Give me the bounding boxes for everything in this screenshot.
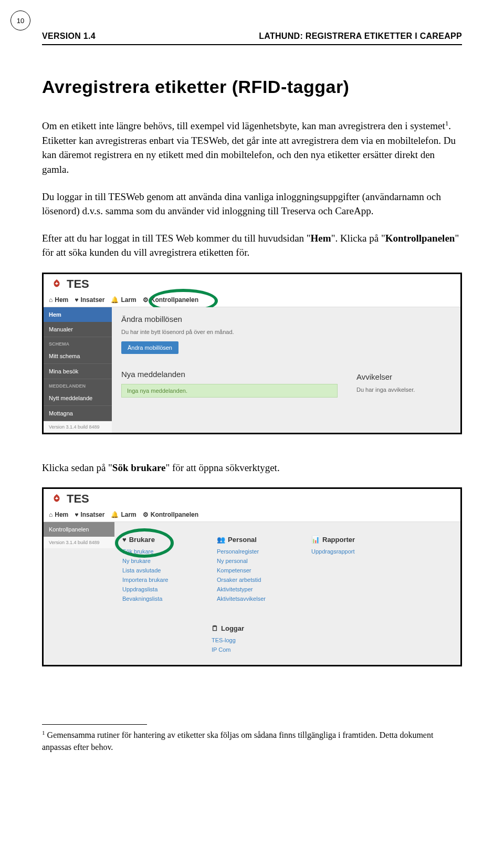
nav-label: Kontrollpanelen	[151, 296, 198, 304]
link-sok-brukare[interactable]: Sök brukare	[122, 547, 201, 556]
nav-kontrollpanelen[interactable]: ⚙Kontrollpanelen	[143, 296, 198, 304]
section-andra: Ändra mobillösen	[121, 315, 338, 324]
page-number: 10	[10, 11, 30, 30]
nav-label: Kontrollpanelen	[151, 511, 198, 518]
nav-label: Larm	[121, 511, 136, 518]
sidebar-item-minabesok[interactable]: Mina besök	[44, 364, 112, 379]
nav-label: Larm	[121, 296, 136, 304]
cogs-icon: ⚙	[143, 511, 149, 518]
chart-icon: 📊	[311, 536, 320, 544]
link-ny-personal[interactable]: Ny personal	[217, 556, 296, 566]
text: Efter att du har loggat in till TES Web …	[42, 233, 311, 244]
sidebar-item-mittschema[interactable]: Mitt schema	[44, 349, 112, 364]
section-sub: Du har inte bytt lösenord på över en mån…	[121, 329, 338, 335]
paragraph-4: Klicka sedan på "Sök brukare" för att öp…	[42, 461, 462, 475]
home-icon: ⌂	[49, 296, 52, 304]
col-header: Brukare	[129, 536, 155, 544]
log-icon: 🗒	[212, 624, 218, 632]
sidebar-item-nytt[interactable]: Nytt meddelande	[44, 391, 112, 406]
bell-icon: 🔔	[111, 511, 119, 518]
avvikelser-sub: Du har inga avvikelser.	[356, 387, 451, 393]
link-lista-avslutade[interactable]: Lista avslutade	[122, 566, 201, 575]
footnote-rule	[42, 724, 147, 725]
nav-hem[interactable]: ⌂Hem	[49, 296, 68, 304]
link-orsaker[interactable]: Orsaker arbetstid	[217, 575, 296, 585]
link-personalregister[interactable]: Personalregister	[217, 547, 296, 556]
screenshot-2: TES ⌂Hem ♥Insatser 🔔Larm ⚙Kontrollpanele…	[42, 487, 462, 666]
paragraph-3: Efter att du har loggat in till TES Web …	[42, 231, 462, 260]
cogs-icon: ⚙	[143, 296, 149, 304]
tes-logo-text: TES	[67, 277, 89, 291]
sidebar-item-hem[interactable]: Hem	[44, 307, 112, 322]
users-icon: 👥	[217, 536, 225, 544]
link-ip-com[interactable]: IP Com	[212, 645, 450, 654]
heart-icon: ♥	[75, 511, 78, 518]
nav-label: Hem	[55, 511, 68, 518]
col-rapporter: 📊Rapporter Uppdragsrapport	[311, 536, 390, 603]
heart-icon: ♥	[75, 296, 78, 304]
nav-kontrollpanelen[interactable]: ⚙Kontrollpanelen	[143, 511, 198, 518]
nav-larm[interactable]: 🔔Larm	[111, 296, 136, 304]
col-personal: 👥Personal Personalregister Ny personal K…	[217, 536, 296, 603]
sidebar: Hem Manualer SCHEMA Mitt schema Mina bes…	[44, 307, 112, 433]
link-kompetenser[interactable]: Kompetenser	[217, 566, 296, 575]
sidebar-header-meddelanden: MEDDELANDEN	[44, 379, 112, 391]
link-importera[interactable]: Importera brukare	[122, 575, 201, 585]
footnote-text: Gemensamma rutiner för hantering av etik…	[42, 731, 433, 752]
paragraph-1: Om en etikett inte längre behövs, till e…	[42, 118, 462, 177]
tes-logo-icon	[51, 278, 62, 290]
bold-text: Sök brukare	[112, 462, 166, 473]
heart-icon: ♥	[122, 536, 127, 544]
col-header: Personal	[228, 536, 257, 544]
header-version: VERSION 1.4	[42, 32, 96, 41]
text: ". Klicka på "	[331, 233, 385, 244]
text: Klicka sedan på "	[42, 462, 112, 473]
link-uppdragslista[interactable]: Uppdragslista	[122, 585, 201, 594]
nav-label: Insatser	[80, 296, 104, 304]
link-ny-brukare[interactable]: Ny brukare	[122, 556, 201, 566]
header-title: LATHUND: REGISTRERA ETIKETTER I CAREAPP	[259, 32, 462, 41]
sidebar-version: Version 3.1.4 build 8489	[44, 421, 112, 433]
home-icon: ⌂	[49, 511, 52, 518]
nav-larm[interactable]: 🔔Larm	[111, 511, 136, 518]
link-aktivitetsavvikelser[interactable]: Aktivitetsavvikelser	[217, 594, 296, 603]
no-messages: Inga nya meddelanden.	[121, 384, 338, 398]
col-header: Loggar	[221, 624, 244, 632]
sidebar-header-schema: SCHEMA	[44, 337, 112, 349]
bold-text: Kontrollpanelen	[385, 233, 455, 244]
link-bevakningslista[interactable]: Bevakningslista	[122, 594, 201, 603]
text: Om en etikett inte längre behövs, till e…	[42, 120, 445, 131]
nav-label: Hem	[55, 296, 68, 304]
page-title: Avregistrera etiketter (RFID-taggar)	[42, 77, 462, 97]
footnote: 1 Gemensamma rutiner för hantering av et…	[42, 729, 462, 753]
paragraph-2: Du loggar in till TESWeb genom att använ…	[42, 190, 462, 218]
col-brukare: ♥Brukare Sök brukare Ny brukare Lista av…	[122, 536, 201, 603]
nav-insatser[interactable]: ♥Insatser	[75, 511, 104, 518]
tes-logo-text: TES	[67, 492, 89, 506]
bold-text: Hem	[311, 233, 331, 244]
screenshot-1: TES ⌂Hem ♥Insatser 🔔Larm ⚙Kontrollpanele…	[42, 273, 462, 434]
link-uppdragsrapport[interactable]: Uppdragsrapport	[311, 547, 390, 556]
text: " för att öppna sökverktyget.	[165, 462, 279, 473]
bell-icon: 🔔	[111, 296, 119, 304]
nav-insatser[interactable]: ♥Insatser	[75, 296, 104, 304]
link-aktivitetstyper[interactable]: Aktivitetstyper	[217, 585, 296, 594]
tes-logo-icon	[51, 493, 62, 505]
sidebar-item-manualer[interactable]: Manualer	[44, 322, 112, 337]
section-meddelanden: Nya meddelanden	[121, 370, 338, 379]
sidebar-item-mottagna[interactable]: Mottagna	[44, 406, 112, 421]
nav-label: Insatser	[80, 511, 104, 518]
andra-button[interactable]: Ändra mobillösen	[121, 341, 178, 354]
link-tes-logg[interactable]: TES-logg	[212, 635, 450, 645]
section-avvikelser: Avvikelser	[356, 372, 451, 381]
nav-hem[interactable]: ⌂Hem	[49, 511, 68, 518]
col-header: Rapporter	[322, 536, 355, 544]
